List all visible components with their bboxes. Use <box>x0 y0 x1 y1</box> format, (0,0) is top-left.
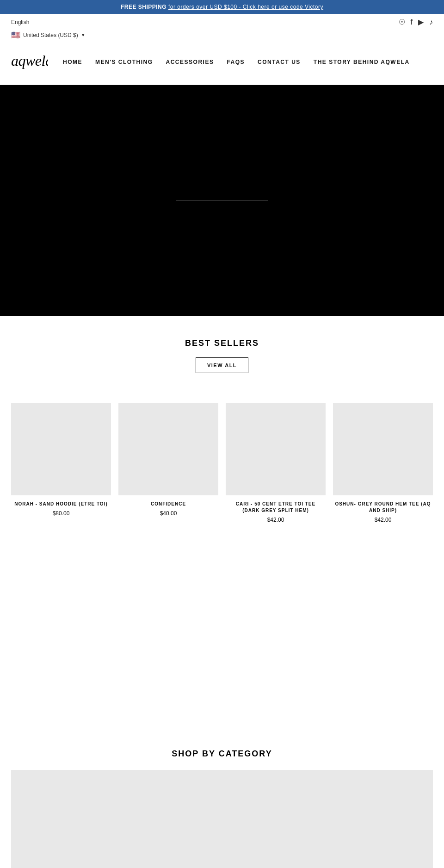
hero-section <box>0 85 444 316</box>
product-image-1 <box>11 403 111 495</box>
category-image <box>11 770 433 868</box>
view-all-button[interactable]: VIEW ALL <box>196 357 248 373</box>
chevron-down-icon: ▼ <box>81 32 86 37</box>
announcement-bar: FREE SHIPPING for orders over USD $100 -… <box>0 0 444 14</box>
logo[interactable]: aqwela <box>11 46 48 77</box>
main-nav: HOME MEN'S CLOTHING ACCESSORIES FAQS CON… <box>63 59 433 65</box>
youtube-icon[interactable]: ▶ <box>418 18 424 26</box>
hero-divider <box>176 200 268 201</box>
product-image-2 <box>118 403 218 495</box>
currency-label: United States (USD $) <box>23 32 78 38</box>
nav-mens-clothing[interactable]: MEN'S CLOTHING <box>95 59 153 65</box>
product-name-4: OSHUN- GREY ROUND HEM TEE (AQ AND SHIP) <box>333 501 433 514</box>
product-price-1: $80.00 <box>11 510 111 517</box>
logo-svg: aqwela <box>11 46 48 74</box>
flag-icon: 🇺🇸 <box>11 31 20 39</box>
tiktok-icon[interactable]: ♪ <box>429 18 433 26</box>
product-card-2[interactable]: CONFIDENCE $40.00 <box>118 403 218 523</box>
instagram-icon[interactable]: ☉ <box>399 18 405 26</box>
product-name-3: CARI - 50 CENT ETRE TOI TEE (DARK GREY S… <box>226 501 326 514</box>
nav-accessories[interactable]: ACCESSORIES <box>166 59 214 65</box>
social-icons-container: ☉ f ▶ ♪ <box>399 18 433 26</box>
best-sellers-section: BEST SELLERS VIEW ALL <box>0 316 444 403</box>
best-sellers-title: BEST SELLERS <box>11 338 433 348</box>
utility-bar: English ☉ f ▶ ♪ <box>0 14 444 28</box>
facebook-icon[interactable]: f <box>411 18 413 26</box>
product-name-1: NORAH - SAND HOODIE (ETRE TOI) <box>11 501 111 507</box>
svg-text:aqwela: aqwela <box>11 52 48 69</box>
product-grid: NORAH - SAND HOODIE (ETRE TOI) $80.00 CO… <box>0 403 444 542</box>
product-price-3: $42.00 <box>226 517 326 523</box>
product-card-4[interactable]: OSHUN- GREY ROUND HEM TEE (AQ AND SHIP) … <box>333 403 433 523</box>
product-price-2: $40.00 <box>118 510 218 517</box>
product-card-1[interactable]: NORAH - SAND HOODIE (ETRE TOI) $80.00 <box>11 403 111 523</box>
nav-home[interactable]: HOME <box>63 59 82 65</box>
product-name-2: CONFIDENCE <box>118 501 218 507</box>
nav-faqs[interactable]: FAQS <box>227 59 245 65</box>
announcement-link[interactable]: for orders over USD $100 - Click here or… <box>168 4 323 10</box>
header: aqwela HOME MEN'S CLOTHING ACCESSORIES F… <box>0 43 444 85</box>
product-card-3[interactable]: CARI - 50 CENT ETRE TOI TEE (DARK GREY S… <box>226 403 326 523</box>
currency-row[interactable]: 🇺🇸 United States (USD $) ▼ <box>11 29 433 41</box>
category-grid: T-SHIRTS SWEATSHIRTS ACCESSORIES <box>11 770 433 868</box>
product-image-4 <box>333 403 433 495</box>
product-price-4: $42.00 <box>333 517 433 523</box>
announcement-prefix: FREE SHIPPING <box>121 4 166 10</box>
large-image-section <box>0 542 444 727</box>
product-image-3 <box>226 403 326 495</box>
category-section-title: SHOP BY CATEGORY <box>11 749 433 759</box>
shop-by-category-section: SHOP BY CATEGORY T-SHIRTS SWEATSHIRTS AC… <box>0 727 444 868</box>
nav-contact-us[interactable]: CONTACT US <box>258 59 301 65</box>
language-label: English <box>11 19 29 25</box>
currency-dropdown[interactable]: 🇺🇸 United States (USD $) ▼ <box>0 28 444 43</box>
nav-story[interactable]: THE STORY BEHIND AQWELA <box>314 59 410 65</box>
